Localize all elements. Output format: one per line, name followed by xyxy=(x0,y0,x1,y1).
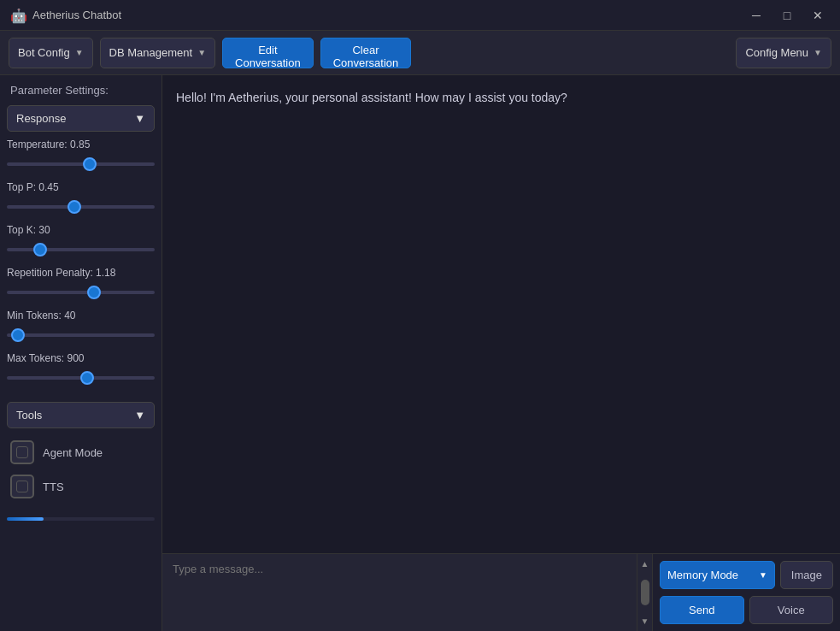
slider-input-2[interactable] xyxy=(7,248,155,251)
chat-area: Hello! I'm Aetherius, your personal assi… xyxy=(162,75,840,631)
slider-input-3[interactable] xyxy=(7,291,155,294)
tools-label: Tools xyxy=(16,409,42,422)
maximize-button[interactable]: □ xyxy=(775,3,799,27)
slider-row-2: Top K: 30 xyxy=(7,224,155,255)
response-dropdown[interactable]: Response ▼ xyxy=(7,105,155,132)
tool-checkbox-0[interactable] xyxy=(10,440,34,464)
tool-item-0[interactable]: Agent Mode xyxy=(7,435,155,469)
response-label: Response xyxy=(16,112,67,125)
input-sidebar: Memory Mode ▼ Image Send Voice xyxy=(652,554,840,631)
initial-message: Hello! I'm Aetherius, your personal assi… xyxy=(176,89,826,107)
slider-label-3: Repetition Penalty: 1.18 xyxy=(7,267,155,279)
tools-section: Agent ModeTTS xyxy=(0,432,162,507)
sliders-section: Temperature: 0.85Top P: 0.45Top K: 30Rep… xyxy=(0,135,162,398)
app-icon: 🤖 xyxy=(10,8,26,23)
db-management-arrow-icon: ▼ xyxy=(197,48,206,57)
bot-config-label: Bot Config xyxy=(18,46,70,59)
response-arrow-icon: ▼ xyxy=(134,112,145,125)
config-menu-label: Config Menu xyxy=(745,46,808,59)
config-menu-dropdown[interactable]: Config Menu ▼ xyxy=(736,38,831,68)
chat-input-scroll[interactable] xyxy=(162,554,637,609)
input-area: ▲ ▼ Memory Mode ▼ Image xyxy=(162,553,840,631)
tools-arrow-icon: ▼ xyxy=(134,409,145,422)
toolbar: Bot Config ▼ DB Management ▼ Edit Conver… xyxy=(0,31,840,75)
scroll-down-icon[interactable]: ▼ xyxy=(639,615,651,628)
tool-item-1[interactable]: TTS xyxy=(7,469,155,504)
bot-config-dropdown[interactable]: Bot Config ▼ xyxy=(9,38,93,68)
memory-mode-row: Memory Mode ▼ Image xyxy=(660,561,833,589)
clear-conversation-button[interactable]: Clear Conversation xyxy=(320,38,412,68)
db-management-dropdown[interactable]: DB Management ▼ xyxy=(100,38,215,68)
slider-label-1: Top P: 0.45 xyxy=(7,181,155,193)
slider-row-4: Min Tokens: 40 xyxy=(7,310,155,340)
tool-label-1: TTS xyxy=(43,481,64,493)
sidebar: Parameter Settings: Response ▼ Temperatu… xyxy=(0,75,162,631)
edit-conversation-button[interactable]: Edit Conversation xyxy=(222,38,314,68)
slider-input-0[interactable] xyxy=(7,162,155,166)
voice-button[interactable]: Voice xyxy=(749,596,834,624)
slider-row-0: Temperature: 0.85 xyxy=(7,139,155,169)
app-title: Aetherius Chatbot xyxy=(32,9,744,21)
send-button[interactable]: Send xyxy=(660,596,744,624)
slider-row-1: Top P: 0.45 xyxy=(7,181,155,212)
tool-label-0: Agent Mode xyxy=(43,446,103,459)
config-menu-arrow-icon: ▼ xyxy=(814,48,822,57)
slider-label-0: Temperature: 0.85 xyxy=(7,139,155,150)
slider-label-5: Max Tokens: 900 xyxy=(7,352,155,364)
input-row: ▲ ▼ Memory Mode ▼ Image xyxy=(162,554,840,631)
close-button[interactable]: ✕ xyxy=(806,3,830,27)
chat-input[interactable] xyxy=(162,554,637,605)
image-button[interactable]: Image xyxy=(780,561,833,589)
title-bar: 🤖 Aetherius Chatbot ─ □ ✕ xyxy=(0,0,840,31)
chat-input-container xyxy=(162,554,637,631)
memory-mode-label: Memory Mode xyxy=(667,569,738,581)
slider-input-1[interactable] xyxy=(7,205,155,209)
send-voice-row: Send Voice xyxy=(660,596,833,624)
slider-row-5: Max Tokens: 900 xyxy=(7,352,155,383)
parameter-settings-label: Parameter Settings: xyxy=(0,75,162,102)
slider-label-2: Top K: 30 xyxy=(7,224,155,236)
memory-mode-arrow-icon: ▼ xyxy=(759,570,767,580)
scroll-thumb xyxy=(641,580,649,605)
tools-dropdown[interactable]: Tools ▼ xyxy=(7,402,155,428)
slider-input-5[interactable] xyxy=(7,376,155,380)
main-layout: Parameter Settings: Response ▼ Temperatu… xyxy=(0,75,840,631)
bot-config-arrow-icon: ▼ xyxy=(75,48,84,57)
chat-messages[interactable]: Hello! I'm Aetherius, your personal assi… xyxy=(162,75,840,553)
slider-label-4: Min Tokens: 40 xyxy=(7,310,155,321)
slider-row-3: Repetition Penalty: 1.18 xyxy=(7,267,155,298)
scroll-up-icon[interactable]: ▲ xyxy=(639,557,651,570)
scroll-thumb-area xyxy=(637,570,652,615)
tool-checkbox-1[interactable] xyxy=(10,475,34,498)
db-management-label: DB Management xyxy=(109,46,193,59)
memory-mode-button[interactable]: Memory Mode ▼ xyxy=(660,561,775,589)
input-scrollbar[interactable]: ▲ ▼ xyxy=(637,554,652,631)
minimize-button[interactable]: ─ xyxy=(744,3,768,27)
slider-input-4[interactable] xyxy=(7,333,155,337)
window-controls: ─ □ ✕ xyxy=(744,3,830,27)
